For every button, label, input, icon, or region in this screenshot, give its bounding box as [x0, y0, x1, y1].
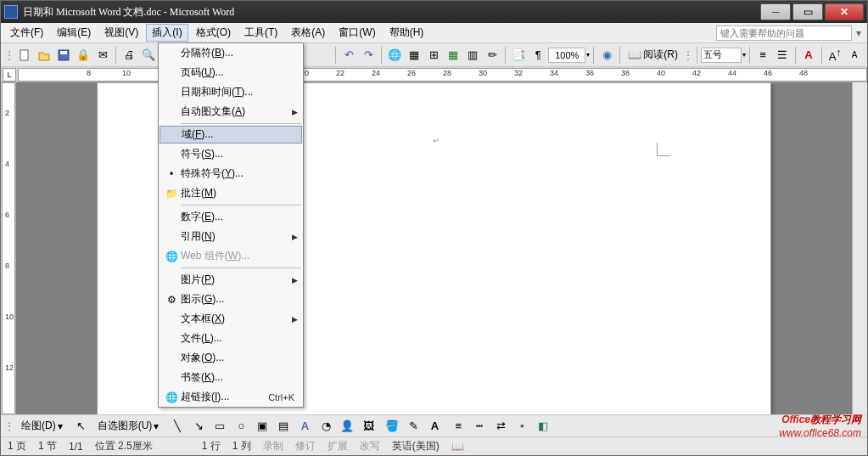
save-button[interactable]: [54, 46, 73, 65]
fontsize-select[interactable]: [701, 48, 742, 63]
svg-rect-0: [20, 50, 28, 60]
excel-button[interactable]: ▦: [444, 46, 462, 65]
status-ext[interactable]: 扩展: [328, 439, 348, 453]
doc-map-button[interactable]: 📑: [509, 46, 528, 65]
maximize-button[interactable]: ▭: [792, 3, 823, 20]
status-rec[interactable]: 录制: [263, 439, 283, 453]
autoshapes-button[interactable]: 自选图形(U) ▾: [93, 417, 164, 436]
undo-button[interactable]: ↶: [339, 46, 358, 65]
menu-item-L[interactable]: 文件(L)...: [159, 329, 303, 348]
clipart-button[interactable]: 👤: [338, 417, 356, 436]
rectangle-button[interactable]: ▭: [210, 417, 229, 436]
read-mode-button[interactable]: 📖阅读(R): [624, 46, 682, 65]
help-button[interactable]: ◉: [597, 46, 616, 65]
new-doc-button[interactable]: [15, 46, 34, 65]
line-color-button[interactable]: ✎: [404, 417, 423, 436]
status-book-icon[interactable]: 📖: [451, 441, 464, 453]
zoom-dropdown-arrow[interactable]: ▾: [586, 51, 590, 59]
wordart-button[interactable]: A: [295, 417, 314, 436]
mail-button[interactable]: ✉: [93, 46, 112, 65]
menu-item-O[interactable]: 对象(O)...: [159, 348, 303, 368]
menu-file[interactable]: 文件(F): [4, 24, 49, 42]
drawing-button[interactable]: ✏: [483, 46, 501, 65]
menu-item-P[interactable]: 图片(P)▶: [159, 270, 303, 290]
status-page[interactable]: 1 页: [8, 439, 26, 453]
menu-item-Y[interactable]: •特殊符号(Y)...: [159, 164, 303, 183]
print-preview-button[interactable]: 🔍: [139, 46, 158, 65]
zoom-input[interactable]: [548, 48, 585, 63]
dash-style-button[interactable]: ┅: [470, 417, 489, 436]
insert-table-button[interactable]: ⊞: [424, 46, 443, 65]
line-button[interactable]: ╲: [168, 417, 187, 436]
minimize-button[interactable]: ─: [760, 3, 791, 20]
align-justify-button[interactable]: ☰: [773, 46, 792, 65]
print-button[interactable]: 🖨: [120, 46, 138, 65]
oval-button[interactable]: ○: [232, 417, 250, 436]
font-color-button[interactable]: A: [799, 46, 818, 65]
status-lang[interactable]: 英语(美国): [392, 439, 440, 453]
menu-item-M[interactable]: 📁批注(M): [159, 183, 303, 203]
permission-button[interactable]: 🔒: [74, 46, 92, 65]
arrow-button[interactable]: ↘: [189, 417, 208, 436]
align-left-button[interactable]: ≡: [753, 46, 772, 65]
menu-item-X[interactable]: 文本框(X)▶: [159, 309, 303, 329]
vertical-text-button[interactable]: ▤: [274, 417, 293, 436]
menu-view[interactable]: 视图(V): [98, 24, 144, 42]
menu-help[interactable]: 帮助(H): [384, 24, 430, 42]
select-objects-button[interactable]: ↖: [72, 417, 91, 436]
menu-item-I[interactable]: 🌐超链接(I)...Ctrl+K: [159, 387, 303, 407]
grow-font-button[interactable]: A↑: [826, 46, 844, 65]
picture-button[interactable]: 🖼: [359, 417, 378, 436]
draw-menu-button[interactable]: 绘图(D) ▾: [17, 417, 67, 436]
ruler-tick: 32: [514, 69, 523, 77]
columns-button[interactable]: ▥: [463, 46, 482, 65]
menu-item-B[interactable]: 分隔符(B)...: [159, 43, 303, 63]
menu-insert[interactable]: 插入(I): [146, 24, 188, 42]
document-area[interactable]: ↵: [16, 82, 852, 414]
ruler-tick: 10: [122, 69, 131, 77]
help-dropdown-arrow[interactable]: ▾: [854, 27, 864, 39]
menu-item-label: 特殊符号(Y)...: [181, 166, 298, 181]
menu-format[interactable]: 格式(O): [190, 24, 237, 42]
menu-item-K[interactable]: 书签(K)...: [159, 368, 303, 387]
3d-button[interactable]: ◧: [534, 417, 552, 436]
status-rev[interactable]: 修订: [295, 439, 316, 453]
vertical-ruler[interactable]: 24681012: [1, 82, 16, 414]
vertical-scrollbar[interactable]: [852, 82, 867, 414]
menu-item-G[interactable]: ⚙图示(G)...: [159, 290, 303, 309]
menu-item-T[interactable]: 日期和时间(T)...: [159, 82, 303, 102]
menu-item-A[interactable]: 自动图文集(A)▶: [159, 102, 303, 121]
line-style-button[interactable]: ≡: [449, 417, 468, 436]
menu-item-N[interactable]: 引用(N)▶: [159, 227, 303, 246]
shrink-font-button[interactable]: A: [845, 46, 864, 65]
menu-edit[interactable]: 编辑(E): [51, 24, 97, 42]
show-marks-button[interactable]: ¶: [529, 46, 547, 65]
menu-tools[interactable]: 工具(T): [238, 24, 283, 42]
font-color-draw-button[interactable]: A: [425, 417, 444, 436]
close-button[interactable]: ✕: [825, 3, 864, 20]
help-search-input[interactable]: [716, 25, 852, 41]
menu-item-S[interactable]: 符号(S)...: [159, 144, 303, 164]
redo-button[interactable]: ↷: [359, 46, 378, 65]
horizontal-ruler[interactable]: 8101214161820222426283032343638404244464…: [18, 68, 867, 82]
menu-window[interactable]: 窗口(W): [333, 24, 381, 42]
fill-color-button[interactable]: 🪣: [383, 417, 401, 436]
textbox-button[interactable]: ▣: [253, 417, 272, 436]
tables-borders-button[interactable]: ▦: [405, 46, 423, 65]
vruler-tick: 4: [5, 160, 9, 168]
shadow-button[interactable]: ▪: [512, 417, 531, 436]
fontsize-dropdown-arrow[interactable]: ▾: [742, 51, 746, 59]
hyperlink-button[interactable]: 🌐: [385, 46, 404, 65]
submenu-arrow-icon: ▶: [292, 276, 298, 284]
menu-item-F[interactable]: 域(F)...: [160, 126, 302, 144]
open-button[interactable]: [35, 46, 53, 65]
menu-item-U[interactable]: 页码(U)...: [159, 63, 303, 82]
ruler-corner[interactable]: L: [3, 68, 16, 82]
diagram-button[interactable]: ◔: [316, 417, 335, 436]
blank-icon: [164, 312, 179, 326]
menu-item-E[interactable]: 数字(E)...: [159, 207, 303, 227]
status-ovr[interactable]: 改写: [360, 439, 380, 453]
menu-table[interactable]: 表格(A): [285, 24, 331, 42]
status-pages: 1/1: [69, 441, 83, 453]
arrow-style-button[interactable]: ⇄: [491, 417, 510, 436]
